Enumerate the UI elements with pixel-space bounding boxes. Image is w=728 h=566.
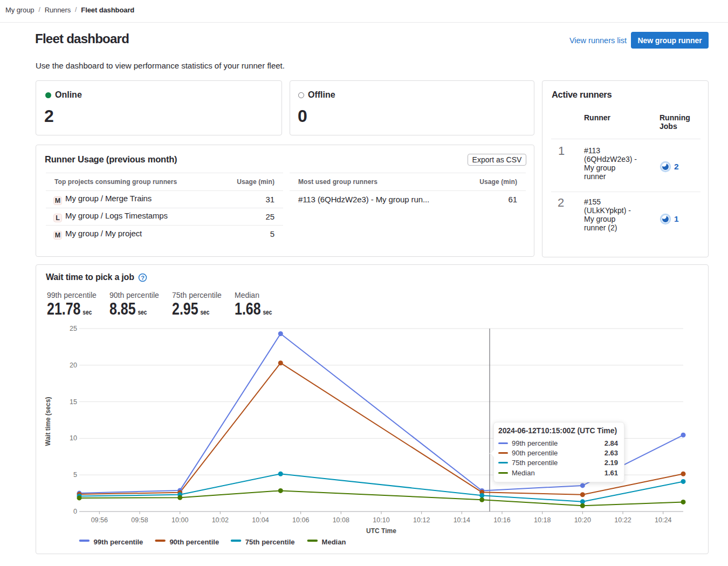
svg-text:10:20: 10:20 [574,516,591,524]
svg-text:10:22: 10:22 [614,516,631,524]
svg-text:Median: Median [322,538,346,546]
svg-text:09:56: 09:56 [91,516,108,524]
svg-text:10:00: 10:00 [171,516,188,524]
svg-text:Wait time (secs): Wait time (secs) [44,397,52,446]
svg-text:10:10: 10:10 [373,516,389,524]
svg-text:25: 25 [70,325,77,332]
svg-text:10:16: 10:16 [493,516,510,524]
svg-text:10:02: 10:02 [212,516,229,524]
svg-text:90th percentile: 90th percentile [169,538,219,546]
svg-text:UTC Time: UTC Time [366,527,396,535]
svg-text:5: 5 [73,471,77,479]
svg-text:10:18: 10:18 [534,516,551,524]
svg-text:10: 10 [70,434,77,442]
svg-text:15: 15 [70,398,77,406]
svg-text:75th percentile: 75th percentile [245,538,295,546]
svg-text:10:08: 10:08 [333,516,349,524]
svg-text:10:04: 10:04 [252,516,269,524]
svg-text:10:12: 10:12 [413,516,430,524]
svg-text:10:06: 10:06 [292,516,309,524]
svg-text:20: 20 [70,362,77,369]
svg-text:10:24: 10:24 [655,516,671,524]
svg-text:09:58: 09:58 [131,516,148,524]
svg-text:10:14: 10:14 [454,516,470,524]
svg-text:99th percentile: 99th percentile [94,538,143,546]
svg-text:0: 0 [73,508,77,515]
